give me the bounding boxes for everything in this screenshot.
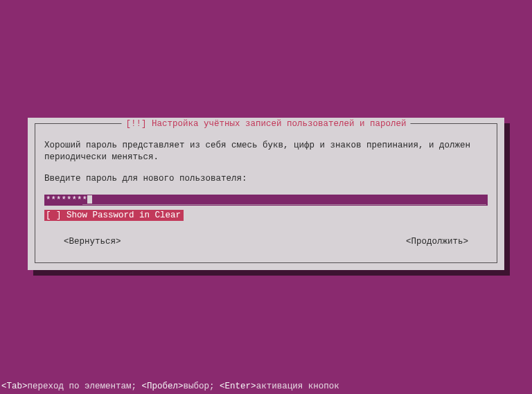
- password-prompt: Введите пароль для нового пользователя:: [44, 173, 488, 185]
- statusbar: <Tab>переход по элементам; <Пробел>выбор…: [1, 381, 339, 393]
- nav-row: <Вернуться> <Продолжить>: [44, 236, 488, 248]
- show-password-checkbox[interactable]: [ ] Show Password in Clear: [44, 210, 184, 221]
- dialog-container: [!!] Настройка учётных записей пользоват…: [28, 118, 504, 270]
- hint-tab-text: переход по элементам;: [28, 382, 137, 391]
- hint-enter-text: активация кнопок: [256, 382, 339, 391]
- text-cursor: [87, 195, 92, 204]
- dialog: [!!] Настройка учётных записей пользоват…: [28, 118, 504, 270]
- continue-button[interactable]: <Продолжить>: [406, 236, 468, 248]
- hint-space-text: выбор;: [184, 382, 215, 391]
- dialog-body: Хороший пароль представляет из себя смес…: [35, 130, 497, 258]
- checkbox-box: [ ]: [46, 211, 62, 220]
- checkbox-label: Show Password in Clear: [66, 211, 181, 220]
- password-hint-text: Хороший пароль представляет из себя смес…: [44, 140, 488, 163]
- back-button[interactable]: <Вернуться>: [64, 236, 121, 248]
- input-underline: [82, 204, 486, 205]
- dialog-title: [!!] Настройка учётных записей пользоват…: [121, 118, 410, 130]
- password-value: ********: [46, 195, 87, 205]
- hint-tab-key: <Tab>: [1, 382, 28, 391]
- hint-space-key: <Пробел>: [142, 382, 184, 391]
- password-input[interactable]: ********: [44, 195, 488, 206]
- hint-enter-key: <Enter>: [220, 382, 256, 391]
